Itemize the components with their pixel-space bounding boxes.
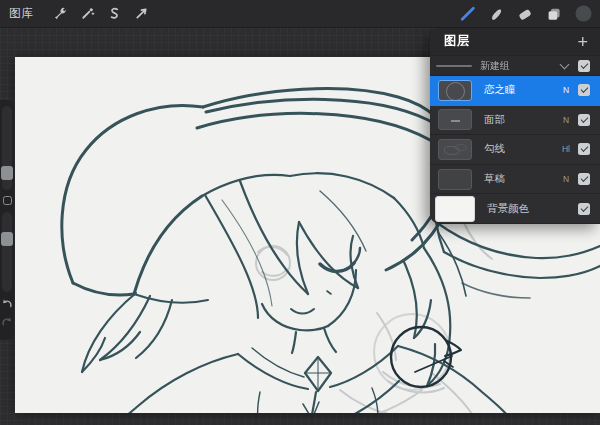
wrench-icon[interactable] [47,3,73,25]
brush-icon[interactable] [454,3,480,25]
layer-group-row[interactable]: 新建组 [430,55,600,76]
blend-mode-label[interactable]: Hl [558,144,574,154]
layer-row-face[interactable]: 面部 N [430,106,600,136]
opacity-handle[interactable] [1,232,13,246]
brush-sidebar [0,100,14,340]
magic-wand-icon[interactable] [74,3,100,25]
blend-mode-label[interactable]: N [558,85,574,95]
undo-icon[interactable] [1,298,13,310]
layer-visibility-checkbox[interactable] [578,173,590,185]
group-name: 新建组 [480,59,561,73]
selection-icon[interactable] [101,3,127,25]
chevron-down-icon[interactable] [560,59,570,69]
eraser-icon[interactable] [512,3,538,25]
gallery-button[interactable]: 图库 [9,6,33,21]
top-toolbar: 图库 [0,0,600,28]
layer-name: 面部 [484,113,558,127]
layer-row-draft[interactable]: 草稿 N [430,165,600,195]
layer-name: 背景颜色 [487,202,558,216]
layer-visibility-checkbox[interactable] [578,143,590,155]
layer-visibility-checkbox[interactable] [578,84,590,96]
redo-icon[interactable] [1,316,13,328]
layer-thumbnail [438,80,472,101]
group-thumbnail-line [436,65,472,67]
layer-row-background-color[interactable]: 背景颜色 [430,194,600,224]
opacity-slider[interactable] [2,212,12,292]
brush-size-handle[interactable] [1,166,13,180]
layer-row-lineart[interactable]: 勾线 Hl [430,135,600,165]
blend-mode-label[interactable]: N [558,115,574,125]
transform-arrow-icon[interactable] [128,3,154,25]
layer-thumbnail [438,169,472,190]
modify-button[interactable] [3,196,12,205]
layer-row-eye-of-love[interactable]: 恋之瞳 N [430,76,600,106]
layer-visibility-checkbox[interactable] [578,114,590,126]
color-swatch[interactable] [570,3,596,25]
smudge-icon[interactable] [483,3,509,25]
layer-thumbnail [438,139,472,160]
layers-panel: 图层 + 新建组 恋之瞳 N 面部 N 勾线 Hl 草稿 N [430,28,600,224]
layers-panel-title: 图层 [444,33,470,50]
add-layer-button[interactable]: + [577,35,588,49]
layer-name: 勾线 [484,142,558,156]
layer-visibility-checkbox[interactable] [578,203,590,215]
blend-mode-label[interactable]: N [558,174,574,184]
layer-thumbnail [435,196,475,222]
layer-name: 恋之瞳 [484,83,558,97]
layer-thumbnail [438,109,472,130]
layer-name: 草稿 [484,172,558,186]
group-visibility-checkbox[interactable] [578,60,590,72]
layers-icon[interactable] [541,3,567,25]
